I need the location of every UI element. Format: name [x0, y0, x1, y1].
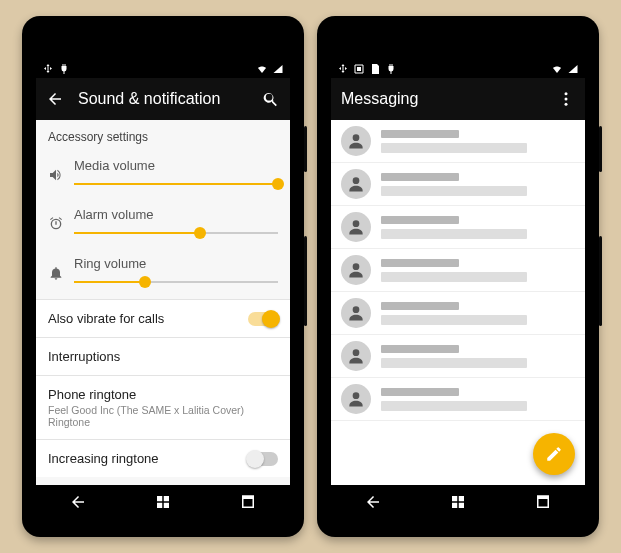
message-preview — [381, 302, 575, 325]
svg-point-5 — [353, 220, 360, 227]
interruptions-row[interactable]: Interruptions — [36, 337, 290, 375]
media-volume-row: Media volume — [36, 152, 290, 201]
alarm-volume-label: Alarm volume — [74, 207, 278, 222]
avatar — [341, 384, 371, 414]
message-row[interactable] — [331, 378, 585, 421]
avatar — [341, 212, 371, 242]
alarm-clock-icon — [48, 216, 64, 232]
svg-point-7 — [353, 306, 360, 313]
alarm-volume-row: Alarm volume — [36, 201, 290, 250]
ringtone-label: Phone ringtone — [48, 387, 278, 402]
svg-point-9 — [353, 392, 360, 399]
svg-point-6 — [353, 263, 360, 270]
page-title: Messaging — [341, 90, 418, 108]
back-icon[interactable] — [46, 90, 64, 108]
nav-bar — [331, 485, 585, 519]
wifi-icon — [256, 61, 268, 73]
message-row[interactable] — [331, 206, 585, 249]
screen-left: Sound & notification Accessory settings … — [36, 56, 290, 485]
nav-recent-icon[interactable] — [239, 493, 257, 511]
sd-card-icon — [369, 61, 381, 73]
usb-icon — [337, 61, 349, 73]
ringtone-value: Feel Good Inc (The SAME x Lalitia Cover)… — [48, 404, 278, 428]
bell-icon — [48, 265, 64, 281]
phone-ringtone-row[interactable]: Phone ringtone Feel Good Inc (The SAME x… — [36, 375, 290, 439]
vibrate-for-calls-row[interactable]: Also vibrate for calls — [36, 299, 290, 337]
plug-icon — [58, 61, 70, 73]
message-preview — [381, 173, 575, 196]
media-volume-slider[interactable] — [74, 177, 278, 191]
nav-home-icon[interactable] — [154, 493, 172, 511]
svg-point-4 — [353, 177, 360, 184]
svg-point-0 — [565, 92, 568, 95]
app-bar: Sound & notification — [36, 78, 290, 120]
ring-volume-slider[interactable] — [74, 275, 278, 289]
nav-home-icon[interactable] — [449, 493, 467, 511]
avatar — [341, 169, 371, 199]
svg-point-3 — [353, 134, 360, 141]
interruptions-label: Interruptions — [48, 349, 120, 364]
ring-volume-label: Ring volume — [74, 256, 278, 271]
avatar — [341, 341, 371, 371]
increasing-label: Increasing ringtone — [48, 451, 159, 466]
avatar — [341, 255, 371, 285]
svg-point-2 — [565, 103, 568, 106]
alarm-volume-slider[interactable] — [74, 226, 278, 240]
status-bar — [36, 56, 290, 78]
app-bar: Messaging — [331, 78, 585, 120]
signal-icon — [567, 61, 579, 73]
nav-back-icon[interactable] — [69, 493, 87, 511]
avatar — [341, 298, 371, 328]
message-preview — [381, 388, 575, 411]
message-preview — [381, 259, 575, 282]
status-bar — [331, 56, 585, 78]
increasing-switch[interactable] — [248, 452, 278, 466]
messages-list — [331, 120, 585, 485]
phone-frame-left: Sound & notification Accessory settings … — [22, 16, 304, 537]
ring-volume-row: Ring volume — [36, 250, 290, 299]
message-row[interactable] — [331, 249, 585, 292]
vibrate-label: Also vibrate for calls — [48, 311, 164, 326]
compose-fab[interactable] — [533, 433, 575, 475]
svg-point-8 — [353, 349, 360, 356]
nav-bar — [36, 485, 290, 519]
signal-icon — [272, 61, 284, 73]
message-row[interactable] — [331, 292, 585, 335]
plug-icon — [385, 61, 397, 73]
search-icon[interactable] — [262, 90, 280, 108]
overflow-menu-icon[interactable] — [557, 90, 575, 108]
phone-frame-right: Messaging — [317, 16, 599, 537]
nav-recent-icon[interactable] — [534, 493, 552, 511]
speaker-icon — [48, 167, 64, 183]
svg-point-1 — [565, 98, 568, 101]
message-preview — [381, 345, 575, 368]
message-row[interactable] — [331, 120, 585, 163]
wifi-icon — [551, 61, 563, 73]
pencil-icon — [545, 445, 563, 463]
usb-icon — [42, 61, 54, 73]
vibrate-switch[interactable] — [248, 312, 278, 326]
page-title: Sound & notification — [78, 90, 220, 108]
settings-content: Accessory settings Media volume Alarm vo… — [36, 120, 290, 485]
media-volume-label: Media volume — [74, 158, 278, 173]
increasing-ringtone-row[interactable]: Increasing ringtone — [36, 439, 290, 477]
message-row[interactable] — [331, 335, 585, 378]
screen-right: Messaging — [331, 56, 585, 485]
message-preview — [381, 130, 575, 153]
screenshot-icon — [353, 61, 365, 73]
section-header: Accessory settings — [36, 120, 290, 152]
avatar — [341, 126, 371, 156]
message-row[interactable] — [331, 163, 585, 206]
nav-back-icon[interactable] — [364, 493, 382, 511]
message-preview — [381, 216, 575, 239]
